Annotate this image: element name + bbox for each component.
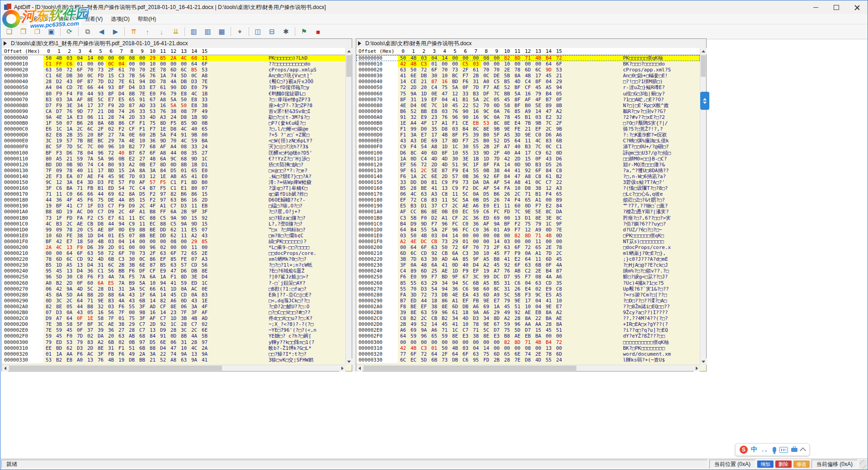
hex-byte[interactable]: 83 bbox=[106, 298, 116, 304]
hex-byte[interactable]: 4B bbox=[419, 233, 429, 239]
hex-byte[interactable]: 21 bbox=[147, 357, 158, 363]
hex-byte[interactable]: 66 bbox=[75, 191, 85, 197]
hex-byte[interactable]: 8D bbox=[189, 179, 199, 185]
row-text[interactable]: 艹?7?,??狲□`□黨? bbox=[623, 203, 700, 209]
row-text[interactable]: +IR□EA□x?gY??(? bbox=[623, 321, 700, 327]
hex-byte[interactable]: 6A bbox=[147, 274, 158, 280]
hex-byte[interactable]: 68 bbox=[137, 333, 147, 339]
hex-byte[interactable]: E7 bbox=[147, 162, 158, 168]
hex-byte[interactable]: 00 bbox=[127, 310, 137, 315]
hex-byte[interactable]: 12 bbox=[543, 185, 554, 191]
hex-byte[interactable]: 4C bbox=[43, 221, 54, 227]
hex-byte[interactable]: A6 bbox=[554, 132, 564, 138]
hex-byte[interactable]: D9 bbox=[408, 221, 419, 227]
hex-byte[interactable]: 8A bbox=[512, 73, 523, 79]
hex-byte[interactable]: 5F bbox=[491, 132, 502, 138]
hex-byte[interactable]: F6 bbox=[116, 304, 127, 310]
hex-byte[interactable]: 74 bbox=[116, 114, 127, 120]
hex-byte[interactable]: FA bbox=[502, 185, 512, 191]
hex-byte[interactable]: 71 bbox=[85, 298, 95, 304]
hex-byte[interactable]: B3 bbox=[533, 162, 543, 168]
hex-byte[interactable]: 33 bbox=[398, 179, 408, 185]
hex-byte[interactable]: 9A bbox=[43, 114, 54, 120]
hex-byte[interactable]: 82 bbox=[43, 304, 54, 310]
hex-byte[interactable]: 58 bbox=[502, 103, 512, 108]
hex-byte[interactable]: 00 bbox=[481, 61, 491, 67]
hex-byte[interactable]: F4 bbox=[64, 91, 75, 97]
hex-byte[interactable]: AF bbox=[491, 179, 502, 185]
hex-byte[interactable]: 04 bbox=[116, 61, 127, 67]
hex-byte[interactable]: 44 bbox=[75, 304, 85, 310]
hex-byte[interactable]: 11 bbox=[189, 244, 199, 250]
hex-byte[interactable]: 03 bbox=[471, 61, 481, 67]
hex-byte[interactable]: F7 bbox=[460, 73, 471, 79]
hex-byte[interactable]: E7 bbox=[64, 239, 75, 244]
hex-byte[interactable]: 0D bbox=[116, 227, 127, 233]
scroll-left-button[interactable] bbox=[356, 365, 363, 371]
hex-byte[interactable]: 63 bbox=[158, 250, 168, 256]
hex-byte[interactable]: 36 bbox=[481, 227, 491, 233]
hex-byte[interactable]: 4D bbox=[439, 162, 450, 168]
hex-byte[interactable]: 55 bbox=[460, 150, 471, 156]
hex-byte[interactable]: D8 bbox=[106, 108, 116, 114]
hex-byte[interactable]: C7 bbox=[95, 209, 106, 215]
hex-byte[interactable]: 14 bbox=[502, 162, 512, 168]
hex-byte[interactable]: 08 bbox=[481, 55, 491, 61]
row-text[interactable]: 9Žcy?a□??)I???? bbox=[623, 310, 700, 315]
hex-byte[interactable]: 88 bbox=[147, 345, 158, 351]
hex-byte[interactable]: F1 bbox=[398, 126, 408, 132]
hex-byte[interactable]: 1A bbox=[491, 304, 502, 310]
hex-byte[interactable]: BA bbox=[533, 333, 543, 339]
hex-byte[interactable]: C0 bbox=[460, 221, 471, 227]
row-text[interactable]: ?□,n-W□6抩凪?a? bbox=[623, 174, 700, 179]
hex-byte[interactable]: 57 bbox=[64, 138, 75, 144]
hex-byte[interactable]: 00 bbox=[127, 244, 137, 250]
hex-byte[interactable]: 3F bbox=[398, 262, 408, 268]
hex-byte[interactable]: 85 bbox=[158, 55, 168, 61]
hex-byte[interactable]: C6 bbox=[64, 61, 75, 67]
hex-byte[interactable]: 45 bbox=[75, 197, 85, 203]
hex-byte[interactable]: AA bbox=[64, 351, 75, 357]
hex-byte[interactable]: 14 bbox=[439, 55, 450, 61]
hex-byte[interactable]: 6F bbox=[460, 351, 471, 357]
hex-byte[interactable]: CE bbox=[408, 79, 419, 85]
hex-byte[interactable]: 00 bbox=[137, 239, 147, 244]
hex-byte[interactable]: 2D bbox=[64, 280, 75, 286]
hex-byte[interactable]: 9C bbox=[533, 292, 543, 298]
hex-byte[interactable]: C6 bbox=[512, 280, 523, 286]
hex-byte[interactable]: 10 bbox=[179, 345, 189, 351]
hex-byte[interactable]: 59 bbox=[471, 209, 481, 215]
hex-byte[interactable]: 65 bbox=[502, 351, 512, 357]
hex-byte[interactable]: 50 bbox=[54, 67, 64, 73]
hex-byte[interactable]: 43 bbox=[398, 138, 408, 144]
hex-byte[interactable]: 56 bbox=[106, 268, 116, 274]
hex-byte[interactable]: B6 bbox=[491, 191, 502, 197]
hex-byte[interactable]: BF bbox=[54, 203, 64, 209]
hex-byte[interactable]: E0 bbox=[408, 274, 419, 280]
hex-byte[interactable]: 8C bbox=[543, 209, 554, 215]
hex-byte[interactable]: 6E bbox=[199, 327, 210, 333]
hex-byte[interactable]: 97 bbox=[158, 197, 168, 203]
hex-byte[interactable]: 18 bbox=[429, 298, 439, 304]
hex-byte[interactable]: 72 bbox=[523, 244, 533, 250]
row-text[interactable]: 3菪伋s鲼?T?A□?' bbox=[623, 179, 700, 185]
hex-byte[interactable]: 28 bbox=[408, 185, 419, 191]
hex-byte[interactable]: 6F bbox=[554, 61, 564, 67]
hex-byte[interactable]: A2 bbox=[554, 310, 564, 315]
hex-byte[interactable]: 16 bbox=[158, 103, 168, 108]
hex-byte[interactable]: B2 bbox=[127, 144, 137, 150]
hex-byte[interactable]: DF bbox=[137, 268, 147, 274]
hex-byte[interactable]: AA bbox=[523, 321, 533, 327]
hex-byte[interactable]: BD bbox=[54, 345, 64, 351]
hex-byte[interactable]: 00 bbox=[491, 55, 502, 61]
hex-byte[interactable]: D5 bbox=[168, 168, 179, 174]
hex-byte[interactable]: 01 bbox=[116, 315, 127, 321]
hex-byte[interactable]: B5 bbox=[43, 262, 54, 268]
hex-byte[interactable]: 4A bbox=[168, 79, 179, 85]
hex-byte[interactable]: 00 bbox=[512, 239, 523, 244]
hex-byte[interactable]: CA bbox=[43, 108, 54, 114]
hex-byte[interactable]: 44 bbox=[419, 298, 429, 304]
hex-byte[interactable]: D7 bbox=[54, 108, 64, 114]
hex-byte[interactable]: BB bbox=[116, 268, 127, 274]
hex-byte[interactable]: 17 bbox=[95, 168, 106, 174]
